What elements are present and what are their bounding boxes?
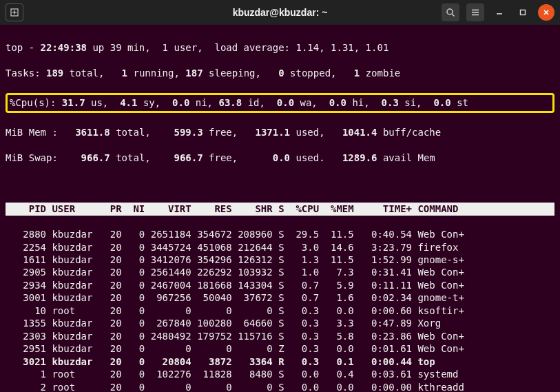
maximize-icon bbox=[519, 9, 526, 16]
process-row: 10 root 20 0 0 0 0 S 0.3 0.0 0:00.60 kso… bbox=[6, 305, 554, 317]
process-header: PID USER PR NI VIRT RES SHR S %CPU %MEM … bbox=[6, 203, 554, 215]
new-tab-button[interactable] bbox=[6, 3, 23, 21]
process-row: 3001 kbuzdar 20 0 967256 50040 37672 S 0… bbox=[6, 291, 554, 304]
process-row: 3021 kbuzdar 20 0 20804 3872 3364 R 0.3 … bbox=[6, 355, 554, 368]
hamburger-icon bbox=[470, 8, 480, 17]
top-swap-line: MiB Swap: 966.7 total, 966.7 free, 0.0 u… bbox=[6, 152, 554, 164]
top-tasks-line: Tasks: 189 total, 1 running, 187 sleepin… bbox=[6, 67, 554, 79]
terminal-output[interactable]: top - 22:49:38 up 39 min, 1 user, load a… bbox=[0, 25, 560, 392]
search-icon bbox=[446, 8, 455, 17]
svg-rect-9 bbox=[521, 10, 526, 15]
process-row: 2254 kbuzdar 20 0 3445724 451068 212644 … bbox=[6, 241, 554, 254]
process-row: 2905 kbuzdar 20 0 2561440 226292 103932 … bbox=[6, 266, 554, 278]
new-tab-icon bbox=[10, 8, 19, 17]
maximize-button[interactable] bbox=[515, 4, 531, 21]
top-mem-line: MiB Mem : 3611.8 total, 599.3 free, 1371… bbox=[6, 126, 554, 138]
close-icon bbox=[543, 9, 550, 16]
process-row: 2880 kbuzdar 20 0 2651184 354672 208960 … bbox=[6, 228, 554, 240]
minimize-icon bbox=[496, 9, 503, 16]
process-row: 2 root 20 0 0 0 0 S 0.0 0.0 0:00.00 kthr… bbox=[6, 381, 554, 392]
blank-line bbox=[6, 177, 554, 189]
top-cpu-line-highlighted: %Cpu(s): 31.7 us, 4.1 sy, 0.0 ni, 63.8 i… bbox=[6, 93, 554, 112]
process-row: 2303 kbuzdar 20 0 2480492 179752 115716 … bbox=[6, 330, 554, 342]
search-button[interactable] bbox=[442, 3, 459, 21]
menu-button[interactable] bbox=[466, 3, 484, 21]
process-row: 2934 kbuzdar 20 0 2467004 181668 143304 … bbox=[6, 279, 554, 291]
svg-line-4 bbox=[452, 14, 455, 17]
close-button[interactable] bbox=[538, 4, 554, 21]
process-row: 2951 kbuzdar 20 0 0 0 0 Z 0.3 0.0 0:01.6… bbox=[6, 342, 554, 355]
process-row: 1355 kbuzdar 20 0 267840 100280 64660 S … bbox=[6, 317, 554, 329]
window-titlebar: kbuzdar@kbuzdar: ~ bbox=[0, 0, 560, 25]
top-uptime-line: top - 22:49:38 up 39 min, 1 user, load a… bbox=[6, 41, 554, 54]
process-row: 1 root 20 0 102276 11828 8480 S 0.0 0.4 … bbox=[6, 368, 554, 380]
process-row: 1611 kbuzdar 20 0 3412076 354296 126312 … bbox=[6, 254, 554, 266]
svg-point-3 bbox=[447, 9, 453, 14]
minimize-button[interactable] bbox=[491, 4, 508, 21]
